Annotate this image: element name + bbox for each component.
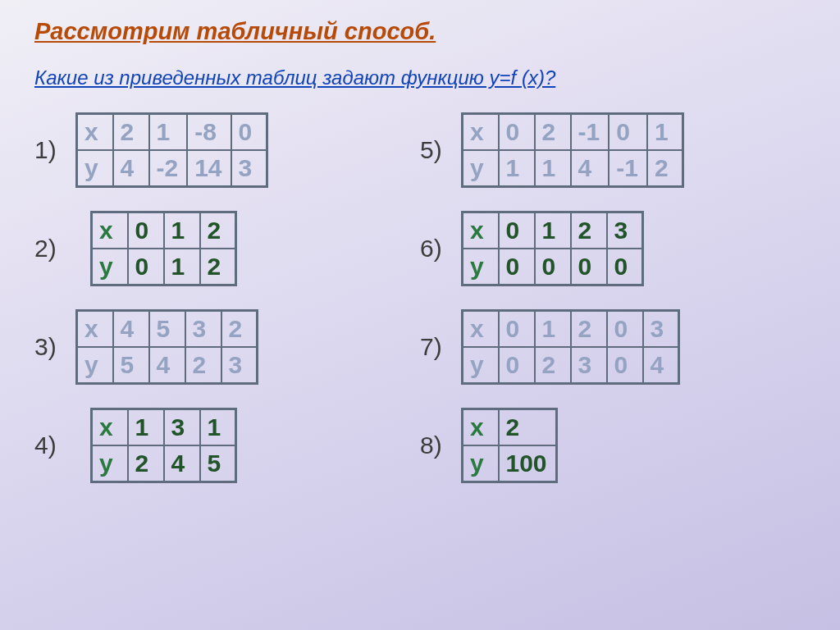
- cell: 2: [200, 212, 236, 249]
- table-row-5: 5) x02-101y114-12: [420, 112, 806, 188]
- cell: 0: [499, 311, 535, 348]
- cell: 2: [499, 409, 557, 446]
- table-4: x131y245: [90, 408, 237, 483]
- cell: 3: [607, 212, 643, 249]
- table-1: x21-80y4-2143: [75, 112, 268, 188]
- cell: 2: [647, 150, 683, 187]
- cell: 2: [535, 347, 571, 384]
- table-row-3: 3) x4532y5423: [34, 309, 420, 385]
- cell: 3: [221, 347, 258, 384]
- cell: x: [463, 409, 499, 446]
- cell: 0: [499, 249, 535, 285]
- cell: 1: [535, 311, 571, 348]
- table-row-6: 6) x0123y0000: [420, 211, 806, 286]
- cell: y: [463, 249, 499, 285]
- cell: 1: [149, 114, 188, 151]
- label-8: 8): [420, 431, 461, 459]
- cell: 3: [643, 311, 679, 348]
- cell: 0: [607, 249, 643, 285]
- page-title: Рассмотрим табличный способ.: [34, 18, 815, 45]
- table-8: x2y100: [461, 408, 558, 483]
- cell: 4: [571, 150, 609, 187]
- table-row-2: 2) x012y012: [34, 211, 420, 286]
- cell: 3: [571, 347, 607, 384]
- cell: -8: [187, 114, 231, 151]
- cell: 1: [499, 150, 535, 187]
- table-3: x4532y5423: [75, 309, 258, 385]
- cell: 0: [609, 114, 647, 151]
- cell: 5: [149, 311, 185, 348]
- table-6: x0123y0000: [461, 211, 644, 286]
- content-columns: 1) x21-80y4-2143 2) x012y012 3) x4532y54…: [34, 112, 815, 506]
- cell: y: [92, 249, 128, 285]
- cell: 1: [535, 212, 571, 249]
- cell: x: [92, 409, 128, 446]
- cell: -1: [571, 114, 609, 151]
- cell: x: [463, 311, 499, 348]
- cell: x: [463, 212, 499, 249]
- page-subtitle: Какие из приведенных таблиц задают функц…: [34, 66, 815, 89]
- cell: 3: [164, 409, 200, 446]
- cell: 1: [647, 114, 683, 151]
- table-row-8: 8) x2y100: [420, 408, 806, 483]
- table-row-1: 1) x21-80y4-2143: [34, 112, 420, 188]
- cell: 0: [231, 114, 267, 151]
- cell: 4: [113, 311, 149, 348]
- cell: x: [77, 114, 113, 151]
- cell: x: [77, 311, 113, 348]
- cell: y: [463, 445, 499, 482]
- cell: 0: [571, 249, 607, 285]
- cell: 4: [643, 347, 679, 384]
- cell: y: [77, 150, 113, 187]
- cell: 0: [607, 311, 643, 348]
- cell: y: [463, 347, 499, 384]
- label-1: 1): [34, 136, 75, 164]
- left-column: 1) x21-80y4-2143 2) x012y012 3) x4532y54…: [34, 112, 420, 506]
- cell: -2: [149, 150, 188, 187]
- table-row-7: 7) x01203y02304: [420, 309, 806, 385]
- cell: 0: [499, 114, 535, 151]
- right-column: 5) x02-101y114-12 6) x0123y0000 7) x0120…: [420, 112, 806, 506]
- cell: 5: [113, 347, 149, 384]
- table-7: x01203y02304: [461, 309, 680, 385]
- cell: 100: [499, 445, 557, 482]
- cell: 0: [499, 347, 535, 384]
- cell: 0: [607, 347, 643, 384]
- cell: x: [463, 114, 499, 151]
- cell: 0: [499, 212, 535, 249]
- cell: 2: [571, 212, 607, 249]
- label-2: 2): [34, 235, 75, 262]
- cell: 4: [149, 347, 185, 384]
- cell: 3: [185, 311, 221, 348]
- cell: 4: [113, 150, 149, 187]
- cell: 5: [200, 445, 236, 482]
- cell: 2: [535, 114, 571, 151]
- cell: 3: [231, 150, 267, 187]
- cell: 1: [164, 249, 200, 285]
- label-7: 7): [420, 333, 461, 361]
- label-5: 5): [420, 136, 461, 164]
- cell: 2: [221, 311, 258, 348]
- cell: 2: [200, 249, 236, 285]
- cell: 0: [128, 249, 164, 285]
- cell: 1: [164, 212, 200, 249]
- table-5: x02-101y114-12: [461, 112, 684, 188]
- cell: x: [92, 212, 128, 249]
- cell: 2: [185, 347, 221, 384]
- cell: 1: [200, 409, 236, 446]
- cell: 1: [128, 409, 164, 446]
- cell: 14: [187, 150, 231, 187]
- table-2: x012y012: [90, 211, 237, 286]
- cell: 2: [128, 445, 164, 482]
- cell: 2: [113, 114, 149, 151]
- cell: 0: [535, 249, 571, 285]
- label-6: 6): [420, 235, 461, 262]
- cell: 1: [535, 150, 571, 187]
- cell: 2: [571, 311, 607, 348]
- label-3: 3): [34, 333, 75, 361]
- cell: y: [92, 445, 128, 482]
- table-row-4: 4) x131y245: [34, 408, 420, 483]
- cell: 0: [128, 212, 164, 249]
- cell: -1: [609, 150, 647, 187]
- label-4: 4): [34, 431, 75, 459]
